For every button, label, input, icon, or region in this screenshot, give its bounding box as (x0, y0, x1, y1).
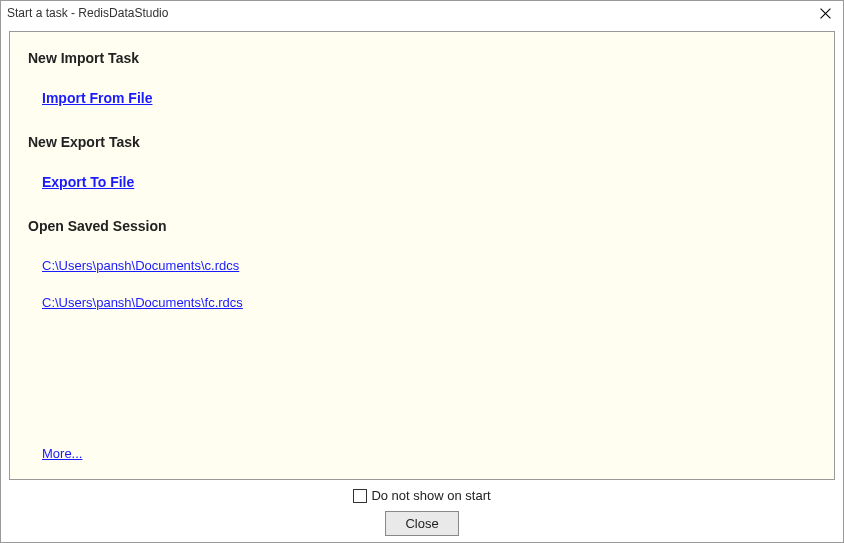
do-not-show-label[interactable]: Do not show on start (371, 488, 490, 503)
more-link[interactable]: More... (42, 446, 82, 461)
content-area: New Import Task Import From File New Exp… (1, 25, 843, 488)
titlebar: Start a task - RedisDataStudio (1, 1, 843, 25)
window-close-button[interactable] (811, 2, 839, 24)
session-link[interactable]: C:\Users\pansh\Documents\c.rdcs (42, 258, 239, 273)
close-icon (820, 8, 831, 19)
task-panel: New Import Task Import From File New Exp… (9, 31, 835, 480)
sessions-heading: Open Saved Session (28, 218, 816, 234)
session-link[interactable]: C:\Users\pansh\Documents\fc.rdcs (42, 295, 243, 310)
export-heading: New Export Task (28, 134, 816, 150)
export-to-file-link[interactable]: Export To File (42, 174, 134, 190)
window-title: Start a task - RedisDataStudio (5, 6, 168, 20)
dialog-footer: Do not show on start Close (1, 488, 843, 536)
import-from-file-link[interactable]: Import From File (42, 90, 152, 106)
do-not-show-checkbox[interactable] (353, 489, 367, 503)
close-button[interactable]: Close (385, 511, 459, 536)
import-heading: New Import Task (28, 50, 816, 66)
